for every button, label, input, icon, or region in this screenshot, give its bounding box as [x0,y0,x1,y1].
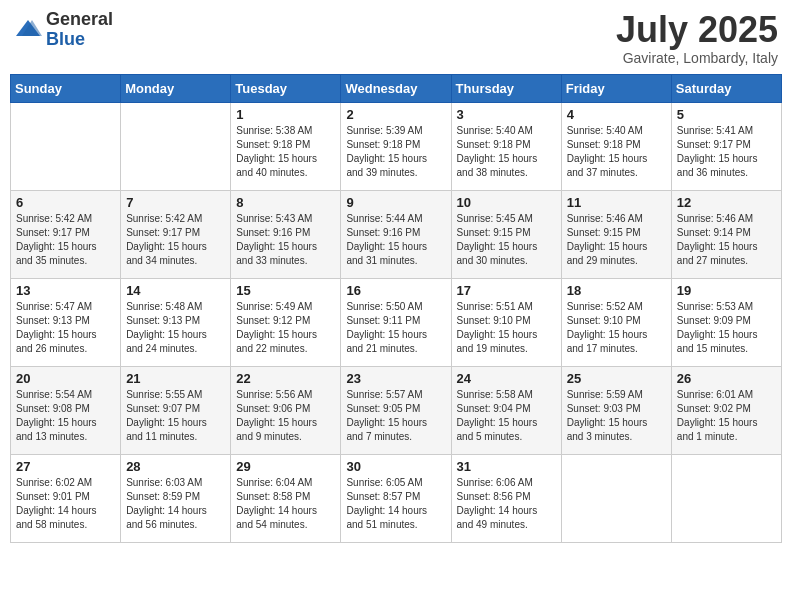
day-number: 25 [567,371,666,386]
day-info: Sunrise: 5:56 AM Sunset: 9:06 PM Dayligh… [236,388,335,444]
logo: General Blue [14,10,113,50]
calendar-cell: 20Sunrise: 5:54 AM Sunset: 9:08 PM Dayli… [11,366,121,454]
calendar-cell: 16Sunrise: 5:50 AM Sunset: 9:11 PM Dayli… [341,278,451,366]
calendar-cell [11,102,121,190]
calendar-cell: 3Sunrise: 5:40 AM Sunset: 9:18 PM Daylig… [451,102,561,190]
calendar-cell: 8Sunrise: 5:43 AM Sunset: 9:16 PM Daylig… [231,190,341,278]
day-info: Sunrise: 5:38 AM Sunset: 9:18 PM Dayligh… [236,124,335,180]
day-number: 11 [567,195,666,210]
calendar-cell: 19Sunrise: 5:53 AM Sunset: 9:09 PM Dayli… [671,278,781,366]
day-number: 26 [677,371,776,386]
day-number: 3 [457,107,556,122]
day-info: Sunrise: 6:05 AM Sunset: 8:57 PM Dayligh… [346,476,445,532]
day-number: 6 [16,195,115,210]
day-info: Sunrise: 5:40 AM Sunset: 9:18 PM Dayligh… [457,124,556,180]
calendar-cell: 28Sunrise: 6:03 AM Sunset: 8:59 PM Dayli… [121,454,231,542]
day-info: Sunrise: 5:53 AM Sunset: 9:09 PM Dayligh… [677,300,776,356]
logo-icon [14,16,42,44]
day-number: 23 [346,371,445,386]
day-of-week-header: Thursday [451,74,561,102]
calendar-week-row: 27Sunrise: 6:02 AM Sunset: 9:01 PM Dayli… [11,454,782,542]
calendar-cell: 23Sunrise: 5:57 AM Sunset: 9:05 PM Dayli… [341,366,451,454]
day-of-week-header: Tuesday [231,74,341,102]
day-number: 28 [126,459,225,474]
day-info: Sunrise: 5:55 AM Sunset: 9:07 PM Dayligh… [126,388,225,444]
day-info: Sunrise: 5:57 AM Sunset: 9:05 PM Dayligh… [346,388,445,444]
day-number: 9 [346,195,445,210]
day-number: 21 [126,371,225,386]
calendar-cell: 22Sunrise: 5:56 AM Sunset: 9:06 PM Dayli… [231,366,341,454]
logo-blue-text: Blue [46,30,113,50]
calendar-cell: 29Sunrise: 6:04 AM Sunset: 8:58 PM Dayli… [231,454,341,542]
calendar-cell: 1Sunrise: 5:38 AM Sunset: 9:18 PM Daylig… [231,102,341,190]
day-number: 1 [236,107,335,122]
day-info: Sunrise: 5:43 AM Sunset: 9:16 PM Dayligh… [236,212,335,268]
calendar-cell: 21Sunrise: 5:55 AM Sunset: 9:07 PM Dayli… [121,366,231,454]
day-number: 27 [16,459,115,474]
calendar-cell: 24Sunrise: 5:58 AM Sunset: 9:04 PM Dayli… [451,366,561,454]
day-info: Sunrise: 5:45 AM Sunset: 9:15 PM Dayligh… [457,212,556,268]
calendar-table: SundayMondayTuesdayWednesdayThursdayFrid… [10,74,782,543]
day-number: 15 [236,283,335,298]
day-number: 10 [457,195,556,210]
day-info: Sunrise: 6:03 AM Sunset: 8:59 PM Dayligh… [126,476,225,532]
day-number: 16 [346,283,445,298]
day-info: Sunrise: 5:41 AM Sunset: 9:17 PM Dayligh… [677,124,776,180]
day-of-week-header: Monday [121,74,231,102]
calendar-cell: 5Sunrise: 5:41 AM Sunset: 9:17 PM Daylig… [671,102,781,190]
day-info: Sunrise: 5:44 AM Sunset: 9:16 PM Dayligh… [346,212,445,268]
calendar-week-row: 13Sunrise: 5:47 AM Sunset: 9:13 PM Dayli… [11,278,782,366]
calendar-cell: 10Sunrise: 5:45 AM Sunset: 9:15 PM Dayli… [451,190,561,278]
day-number: 24 [457,371,556,386]
calendar-cell: 14Sunrise: 5:48 AM Sunset: 9:13 PM Dayli… [121,278,231,366]
day-info: Sunrise: 5:59 AM Sunset: 9:03 PM Dayligh… [567,388,666,444]
calendar-cell: 9Sunrise: 5:44 AM Sunset: 9:16 PM Daylig… [341,190,451,278]
day-info: Sunrise: 5:54 AM Sunset: 9:08 PM Dayligh… [16,388,115,444]
day-info: Sunrise: 5:50 AM Sunset: 9:11 PM Dayligh… [346,300,445,356]
day-of-week-header: Sunday [11,74,121,102]
day-of-week-header: Saturday [671,74,781,102]
day-info: Sunrise: 5:47 AM Sunset: 9:13 PM Dayligh… [16,300,115,356]
day-info: Sunrise: 6:04 AM Sunset: 8:58 PM Dayligh… [236,476,335,532]
calendar-cell: 6Sunrise: 5:42 AM Sunset: 9:17 PM Daylig… [11,190,121,278]
day-number: 13 [16,283,115,298]
day-number: 29 [236,459,335,474]
calendar-cell: 18Sunrise: 5:52 AM Sunset: 9:10 PM Dayli… [561,278,671,366]
day-number: 31 [457,459,556,474]
calendar-cell: 4Sunrise: 5:40 AM Sunset: 9:18 PM Daylig… [561,102,671,190]
day-info: Sunrise: 5:48 AM Sunset: 9:13 PM Dayligh… [126,300,225,356]
day-number: 5 [677,107,776,122]
calendar-cell: 11Sunrise: 5:46 AM Sunset: 9:15 PM Dayli… [561,190,671,278]
page-header: General Blue July 2025 Gavirate, Lombard… [10,10,782,66]
day-info: Sunrise: 5:42 AM Sunset: 9:17 PM Dayligh… [126,212,225,268]
day-number: 30 [346,459,445,474]
calendar-cell: 26Sunrise: 6:01 AM Sunset: 9:02 PM Dayli… [671,366,781,454]
day-info: Sunrise: 5:39 AM Sunset: 9:18 PM Dayligh… [346,124,445,180]
day-info: Sunrise: 5:52 AM Sunset: 9:10 PM Dayligh… [567,300,666,356]
calendar-cell [671,454,781,542]
location: Gavirate, Lombardy, Italy [616,50,778,66]
day-number: 17 [457,283,556,298]
calendar-week-row: 20Sunrise: 5:54 AM Sunset: 9:08 PM Dayli… [11,366,782,454]
days-header-row: SundayMondayTuesdayWednesdayThursdayFrid… [11,74,782,102]
calendar-week-row: 1Sunrise: 5:38 AM Sunset: 9:18 PM Daylig… [11,102,782,190]
day-info: Sunrise: 5:46 AM Sunset: 9:14 PM Dayligh… [677,212,776,268]
calendar-cell: 27Sunrise: 6:02 AM Sunset: 9:01 PM Dayli… [11,454,121,542]
calendar-cell: 2Sunrise: 5:39 AM Sunset: 9:18 PM Daylig… [341,102,451,190]
day-info: Sunrise: 6:06 AM Sunset: 8:56 PM Dayligh… [457,476,556,532]
day-info: Sunrise: 5:49 AM Sunset: 9:12 PM Dayligh… [236,300,335,356]
day-number: 7 [126,195,225,210]
day-number: 4 [567,107,666,122]
day-number: 19 [677,283,776,298]
calendar-cell: 13Sunrise: 5:47 AM Sunset: 9:13 PM Dayli… [11,278,121,366]
calendar-cell: 30Sunrise: 6:05 AM Sunset: 8:57 PM Dayli… [341,454,451,542]
day-info: Sunrise: 5:40 AM Sunset: 9:18 PM Dayligh… [567,124,666,180]
day-number: 8 [236,195,335,210]
logo-general-text: General [46,10,113,30]
day-info: Sunrise: 5:46 AM Sunset: 9:15 PM Dayligh… [567,212,666,268]
calendar-cell: 7Sunrise: 5:42 AM Sunset: 9:17 PM Daylig… [121,190,231,278]
day-number: 2 [346,107,445,122]
calendar-cell: 31Sunrise: 6:06 AM Sunset: 8:56 PM Dayli… [451,454,561,542]
calendar-cell: 25Sunrise: 5:59 AM Sunset: 9:03 PM Dayli… [561,366,671,454]
calendar-cell: 17Sunrise: 5:51 AM Sunset: 9:10 PM Dayli… [451,278,561,366]
